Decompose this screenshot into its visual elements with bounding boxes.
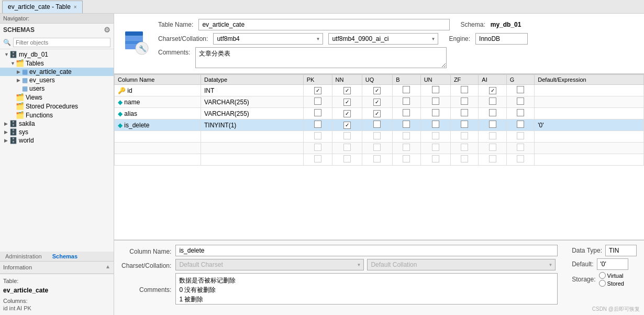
form-area: 🔧 Table Name: Schema: my_db_01 Charset/C… [114, 14, 644, 74]
storage-stored-option[interactable]: Stored [599, 280, 624, 287]
comments-detail-textarea[interactable] [175, 273, 558, 305]
col-g[interactable] [506, 85, 534, 96]
schemas-tab-btn[interactable]: Schemas [47, 252, 83, 261]
table-icon-area: 🔧 [121, 19, 153, 68]
tree-item-sakila[interactable]: ▶ 🗄️ sakila [0, 120, 114, 128]
table-label: ev_users [29, 77, 55, 84]
nav-scroll-up[interactable]: ▲ [105, 264, 110, 269]
comments-detail-label: Comments: [121, 285, 171, 294]
expand-arrow: ▼ [4, 52, 9, 57]
col-g[interactable] [506, 108, 534, 120]
filter-input[interactable] [13, 38, 110, 47]
collation-select-wrapper: utf8mb4_0900_ai_ci [328, 33, 438, 45]
detail-charset-select-wrapper: Default Charset [175, 259, 364, 270]
col-ai[interactable] [479, 120, 506, 131]
content-area: 🔧 Table Name: Schema: my_db_01 Charset/C… [114, 14, 644, 315]
detail-panel: Column Name: Charset/Collation: Default … [114, 240, 644, 315]
tree-item-users[interactable]: ▦ users [0, 84, 114, 93]
col-zf[interactable] [450, 120, 478, 131]
engine-input[interactable] [475, 33, 528, 45]
table-row[interactable]: 🔑 id INT ✓ ✓ ✓ ✓ [115, 85, 644, 96]
col-uq[interactable] [362, 120, 392, 131]
data-type-label: Data Type: [572, 247, 602, 254]
col-uq[interactable]: ✓ [362, 85, 392, 96]
navigator-panel: Navigator: SCHEMAS ⚙ 🔍 ▼ 🗄️ my_db_01 ▼ 🗂… [0, 14, 114, 315]
table-name-label: Table Name: [158, 21, 193, 28]
col-zf[interactable] [450, 108, 478, 120]
folder-label: Functions [26, 112, 53, 119]
col-b[interactable] [393, 120, 420, 131]
tree-item-stored-procedures[interactable]: 🗂️ Stored Procedures [0, 102, 114, 111]
col-header-pk: PK [303, 75, 332, 85]
col-name: ◆ name [115, 96, 201, 108]
col-g[interactable] [506, 96, 534, 108]
col-name: ◆ is_delete [115, 120, 201, 131]
collation-select[interactable]: utf8mb4_0900_ai_ci [328, 33, 438, 45]
tree-item-world[interactable]: ▶ 🗄️ world [0, 136, 114, 145]
charset-select-wrapper: utf8mb4 [213, 33, 323, 45]
col-b[interactable] [393, 96, 420, 108]
col-un[interactable] [420, 96, 450, 108]
tab-title: ev_article_cate - Table [8, 3, 71, 10]
tree-item-ev_article_cate[interactable]: ▶ ▦ ev_article_cate [0, 68, 114, 76]
default-input[interactable] [597, 258, 628, 270]
col-nn[interactable]: ✓ [332, 108, 362, 120]
main-tab[interactable]: ev_article_cate - Table × [2, 1, 83, 13]
storage-radio-stored[interactable] [599, 280, 606, 287]
col-pk[interactable]: ✓ [303, 85, 332, 96]
charset-select[interactable]: utf8mb4 [213, 33, 323, 45]
tree-item-my_db_01[interactable]: ▼ 🗄️ my_db_01 [0, 50, 114, 59]
data-type-input[interactable] [605, 245, 637, 256]
col-un[interactable] [420, 85, 450, 96]
col-header-datatype: Datatype [201, 75, 304, 85]
col-nn[interactable]: ✓ [332, 120, 362, 131]
col-g[interactable] [506, 120, 534, 131]
table-label: users [29, 85, 45, 92]
table-row[interactable]: ◆ is_delete TINYINT(1) ✓ '0' [115, 120, 644, 131]
col-name: 🔑 id [115, 85, 201, 96]
col-header-b: B [393, 75, 420, 85]
tree-item-views[interactable]: 🗂️ Views [0, 93, 114, 102]
col-uq[interactable]: ✓ [362, 108, 392, 120]
detail-collation-select-wrapper: Default Collation [367, 259, 556, 270]
detail-collation-placeholder: Default Collation [371, 261, 417, 268]
col-pk[interactable] [303, 96, 332, 108]
col-zf[interactable] [450, 96, 478, 108]
table-name-input[interactable] [198, 19, 450, 30]
col-default [535, 108, 644, 120]
col-nn[interactable]: ✓ [332, 96, 362, 108]
charset-label: Charset/Collation: [158, 35, 208, 42]
col-ai[interactable]: ✓ [479, 85, 506, 96]
col-b[interactable] [393, 85, 420, 96]
col-header-un: UN [420, 75, 450, 85]
storage-radio[interactable] [599, 272, 606, 279]
storage-label: Storage: [572, 276, 595, 283]
column-name-detail-input[interactable] [175, 245, 558, 256]
col-nn[interactable]: ✓ [332, 85, 362, 96]
information-label: Information [3, 264, 32, 270]
administration-tab-btn[interactable]: Administration [0, 252, 47, 261]
col-ai[interactable] [479, 108, 506, 120]
comments-textarea[interactable] [195, 47, 447, 68]
tree-item-functions[interactable]: 🗂️ Functions [0, 111, 114, 120]
tree-item-tables[interactable]: ▼ 🗂️ Tables [0, 59, 114, 68]
col-pk[interactable] [303, 120, 332, 131]
col-un[interactable] [420, 108, 450, 120]
col-zf[interactable] [450, 85, 478, 96]
table-row[interactable]: ◆ name VARCHAR(255) ✓ ✓ [115, 96, 644, 108]
col-pk[interactable] [303, 108, 332, 120]
tree-item-sys[interactable]: ▶ 🗄️ sys [0, 128, 114, 136]
col-datatype: VARCHAR(255) [201, 108, 304, 120]
tab-close-button[interactable]: × [74, 4, 77, 10]
storage-virtual-option[interactable]: Virtual [599, 272, 624, 279]
table-row[interactable]: ◆ alias VARCHAR(255) ✓ ✓ [115, 108, 644, 120]
schemas-icon[interactable]: ⚙ [104, 26, 110, 34]
col-ai[interactable] [479, 96, 506, 108]
col-un[interactable] [420, 120, 450, 131]
table-icon: 🔧 [124, 30, 150, 57]
detail-collation-select[interactable]: Default Collation [367, 259, 556, 270]
col-b[interactable] [393, 108, 420, 120]
detail-charset-select[interactable]: Default Charset [175, 259, 364, 270]
col-uq[interactable]: ✓ [362, 96, 392, 108]
tree-item-ev_users[interactable]: ▶ ▦ ev_users [0, 76, 114, 84]
